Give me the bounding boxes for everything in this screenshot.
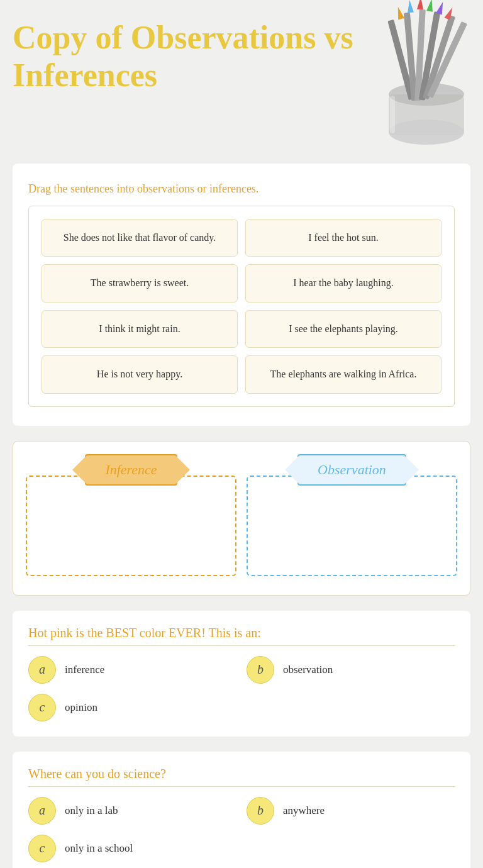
inference-drop-area[interactable] bbox=[26, 476, 236, 576]
q2-choice-text-a: only in a lab bbox=[65, 804, 118, 817]
inference-label: Inference bbox=[85, 454, 177, 486]
choice-badge-a: a bbox=[28, 656, 56, 684]
question1-choice-b[interactable]: b observation bbox=[247, 656, 455, 684]
drag-item-5[interactable]: I see the elephants playing. bbox=[245, 310, 441, 348]
question1-title: Hot pink is the BEST color EVER! This is… bbox=[28, 626, 455, 646]
observation-drop-wrapper: Observation bbox=[247, 454, 457, 576]
question2-choice-b[interactable]: b anywhere bbox=[247, 797, 455, 825]
question1-choices: a inference b observation c opinion bbox=[28, 656, 455, 721]
choice-badge-b: b bbox=[247, 656, 274, 684]
choice-badge-c: c bbox=[28, 694, 56, 721]
drag-instruction: Drag the sentences into observations or … bbox=[28, 182, 455, 196]
q2-choice-badge-a: a bbox=[28, 797, 56, 825]
q2-choice-badge-b: b bbox=[247, 797, 274, 825]
svg-marker-9 bbox=[395, 6, 404, 19]
header: Copy of Observations vs Inferences bbox=[0, 0, 483, 164]
choice-text-a: inference bbox=[65, 664, 104, 676]
observation-label: Observation bbox=[297, 454, 406, 486]
inference-banner-wrapper: Inference bbox=[85, 454, 177, 486]
drag-item-3[interactable]: I hear the baby laughing. bbox=[245, 264, 441, 302]
question2-title: Where can you do science? bbox=[28, 767, 455, 787]
drag-grid: She does not like that flavor of candy. … bbox=[28, 206, 455, 407]
question1-choice-a[interactable]: a inference bbox=[28, 656, 236, 684]
svg-rect-15 bbox=[390, 96, 395, 133]
drag-item-0[interactable]: She does not like that flavor of candy. bbox=[42, 219, 238, 257]
page-title: Copy of Observations vs Inferences bbox=[13, 19, 377, 94]
pencil-cup-illustration bbox=[364, 0, 483, 164]
drag-item-6[interactable]: He is not very happy. bbox=[42, 355, 238, 393]
question1-choice-c[interactable]: c opinion bbox=[28, 694, 236, 721]
question1-section: Hot pink is the BEST color EVER! This is… bbox=[13, 611, 470, 737]
observation-banner-wrapper: Observation bbox=[297, 454, 406, 486]
question2-choices: a only in a lab b anywhere c only in a s… bbox=[28, 797, 455, 862]
q2-choice-text-c: only in a school bbox=[65, 842, 133, 855]
drag-item-4[interactable]: I think it might rain. bbox=[42, 310, 238, 348]
inference-drop-wrapper: Inference bbox=[26, 454, 236, 576]
svg-marker-13 bbox=[436, 1, 446, 14]
choice-text-b: observation bbox=[283, 664, 333, 676]
svg-marker-11 bbox=[417, 0, 424, 9]
svg-marker-12 bbox=[426, 0, 435, 12]
question2-choice-a[interactable]: a only in a lab bbox=[28, 797, 236, 825]
svg-marker-10 bbox=[406, 0, 414, 13]
drop-zones-container: Inference Observation bbox=[26, 454, 457, 576]
choice-text-c: opinion bbox=[65, 701, 97, 714]
question2-choice-c[interactable]: c only in a school bbox=[28, 835, 236, 862]
q2-choice-text-b: anywhere bbox=[283, 804, 325, 817]
drag-item-7[interactable]: The elephants are walking in Africa. bbox=[245, 355, 441, 393]
observation-drop-area[interactable] bbox=[247, 476, 457, 576]
drag-sentences-card: Drag the sentences into observations or … bbox=[13, 164, 470, 426]
drag-item-1[interactable]: I feel the hot sun. bbox=[245, 219, 441, 257]
question2-section: Where can you do science? a only in a la… bbox=[13, 752, 470, 868]
q2-choice-badge-c: c bbox=[28, 835, 56, 862]
drop-section: Inference Observation bbox=[13, 441, 470, 596]
drag-item-2[interactable]: The strawberry is sweet. bbox=[42, 264, 238, 302]
